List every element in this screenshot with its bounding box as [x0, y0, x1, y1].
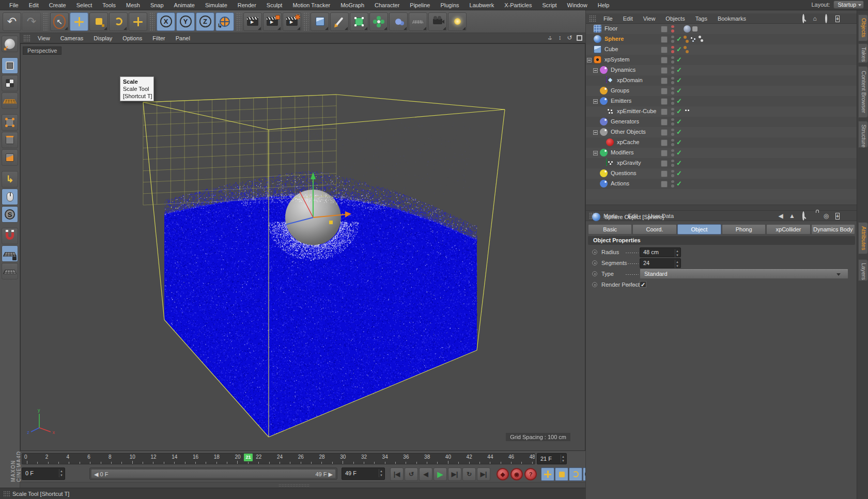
layer-chip[interactable]: [661, 170, 668, 177]
visibility-editor-dot[interactable]: [671, 36, 674, 39]
array-object-button[interactable]: [369, 12, 388, 31]
layer-chip[interactable]: [661, 67, 668, 74]
collapse-icon[interactable]: [587, 58, 592, 63]
snap-settings-button[interactable]: S: [2, 206, 18, 223]
tree-row-groups[interactable]: Groups✓: [586, 86, 857, 96]
visibility-editor-dot[interactable]: [671, 170, 674, 173]
edges-mode-button[interactable]: [2, 132, 18, 148]
tab-coord-[interactable]: Coord.: [632, 224, 676, 235]
tree-item-label[interactable]: Cube: [605, 46, 618, 52]
locked-workplane-button[interactable]: [2, 245, 18, 262]
enabled-check-icon[interactable]: ✓: [676, 159, 682, 167]
dots-orange-tag-icon[interactable]: [684, 36, 687, 39]
enabled-check-icon[interactable]: ✓: [676, 87, 682, 95]
enabled-check-icon[interactable]: ✓: [676, 138, 682, 146]
menu-x-particles[interactable]: X-Particles: [499, 0, 537, 10]
type-dropdown[interactable]: Standard: [640, 269, 848, 279]
collapse-icon[interactable]: [593, 151, 598, 155]
segments-input[interactable]: 24▲▼: [640, 258, 681, 268]
range-end-field[interactable]: 49 F ▲▼: [342, 467, 385, 480]
parameter-bullet-icon[interactable]: [592, 250, 597, 255]
menu-simulate[interactable]: Simulate: [200, 0, 233, 10]
menu-pipeline[interactable]: Pipeline: [405, 0, 435, 10]
visibility-editor-dot[interactable]: [671, 56, 674, 59]
parameter-bullet-icon[interactable]: [592, 282, 597, 287]
viewport-menu-cameras[interactable]: Cameras: [55, 33, 89, 43]
menu-create[interactable]: Create: [44, 0, 71, 10]
om-menu-tags[interactable]: Tags: [690, 15, 712, 22]
move-tool-button[interactable]: [70, 12, 88, 31]
dots-orange-tag-icon[interactable]: [684, 46, 687, 49]
undo-button[interactable]: ↶: [3, 12, 21, 31]
viewport-menu-view[interactable]: View: [33, 33, 55, 43]
side-tab-structure[interactable]: Structure: [858, 121, 868, 148]
side-tab-layers[interactable]: Layers: [858, 259, 868, 281]
menu-window[interactable]: Window: [562, 0, 593, 10]
tree-row-actions[interactable]: Actions✓: [586, 179, 857, 189]
tab-phong[interactable]: Phong: [722, 224, 766, 235]
panel-divider[interactable]: [20, 482, 585, 488]
tree-item-label[interactable]: Modifiers: [611, 149, 634, 155]
menu-plugins[interactable]: Plugins: [435, 0, 464, 10]
visibility-editor-dot[interactable]: [671, 139, 674, 142]
collapse-icon[interactable]: [593, 130, 598, 135]
viewport-solo-button[interactable]: [2, 189, 18, 205]
search-icon[interactable]: [802, 14, 804, 23]
om-menu-edit[interactable]: Edit: [618, 15, 638, 22]
enabled-check-icon[interactable]: ✓: [676, 97, 682, 105]
rotate-tool-button[interactable]: [109, 12, 128, 31]
workplane-mode-button[interactable]: [2, 92, 18, 109]
visibility-render-dot[interactable]: [671, 91, 674, 95]
visibility-render-dot[interactable]: [671, 164, 674, 167]
viewport-menu-options[interactable]: Options: [117, 33, 147, 43]
side-tab-content-browser[interactable]: Content Browser: [858, 66, 868, 118]
x-axis-lock-button[interactable]: X: [157, 12, 175, 31]
rotate-view-icon[interactable]: ↺: [566, 34, 574, 42]
layer-chip[interactable]: [661, 108, 668, 115]
layer-chip[interactable]: [661, 150, 668, 157]
record-keyframe-button[interactable]: ◆: [497, 468, 509, 480]
coordinate-system-button[interactable]: [215, 12, 234, 31]
points-mode-button[interactable]: [2, 114, 18, 131]
stepper-arrows-icon[interactable]: ▲▼: [379, 469, 383, 477]
tree-row-other-objects[interactable]: Other Objects✓: [586, 127, 857, 137]
visibility-editor-dot[interactable]: [671, 160, 674, 163]
menu-select[interactable]: Select: [71, 0, 98, 10]
autokeying-button[interactable]: ◉: [510, 468, 523, 480]
tree-row-generators[interactable]: Generators✓: [586, 117, 857, 127]
tree-item-label[interactable]: Floor: [605, 25, 617, 32]
texture-mode-button[interactable]: [2, 75, 18, 91]
play-forward-button[interactable]: ▶: [433, 467, 447, 481]
current-frame-field[interactable]: 21 F ▲▼: [537, 453, 567, 464]
scale-tool-button[interactable]: [89, 12, 108, 31]
layout-select[interactable]: Startup: [833, 1, 864, 9]
layer-chip[interactable]: [661, 181, 668, 188]
enabled-check-icon[interactable]: ✓: [676, 66, 682, 74]
small-gray-tag-icon[interactable]: [692, 26, 698, 32]
add-panel-icon[interactable]: +: [835, 15, 840, 22]
visibility-render-dot[interactable]: [671, 133, 674, 136]
menu-snap[interactable]: Snap: [145, 0, 169, 10]
menu-help[interactable]: Help: [593, 0, 615, 10]
enabled-check-icon[interactable]: ✓: [676, 118, 682, 126]
tree-item-label[interactable]: xpCache: [617, 139, 639, 145]
toggle-view-icon[interactable]: [576, 34, 583, 42]
stepper-arrows-icon[interactable]: ▲▼: [59, 469, 64, 477]
visibility-render-dot[interactable]: [671, 143, 674, 146]
subdivision-surface-button[interactable]: [350, 12, 368, 31]
side-tab-takes[interactable]: Takes: [858, 43, 868, 63]
visibility-render-dot[interactable]: [671, 174, 674, 177]
layer-chip[interactable]: [661, 88, 668, 95]
om-menu-file[interactable]: File: [598, 15, 618, 22]
tree-row-xpcache[interactable]: xpCache✓: [586, 137, 857, 148]
floor-object-button[interactable]: [409, 12, 427, 31]
render-to-picture-viewer-button[interactable]: [263, 12, 282, 31]
enabled-check-icon[interactable]: ✓: [676, 45, 682, 53]
menu-sculpt[interactable]: Sculpt: [261, 0, 288, 10]
menu-animate[interactable]: Animate: [169, 0, 200, 10]
visibility-editor-dot[interactable]: [671, 87, 674, 90]
layer-chip[interactable]: [661, 98, 668, 105]
menu-mograph[interactable]: MoGraph: [335, 0, 369, 10]
menu-character[interactable]: Character: [369, 0, 405, 10]
current-frame-marker[interactable]: 21: [244, 454, 253, 461]
